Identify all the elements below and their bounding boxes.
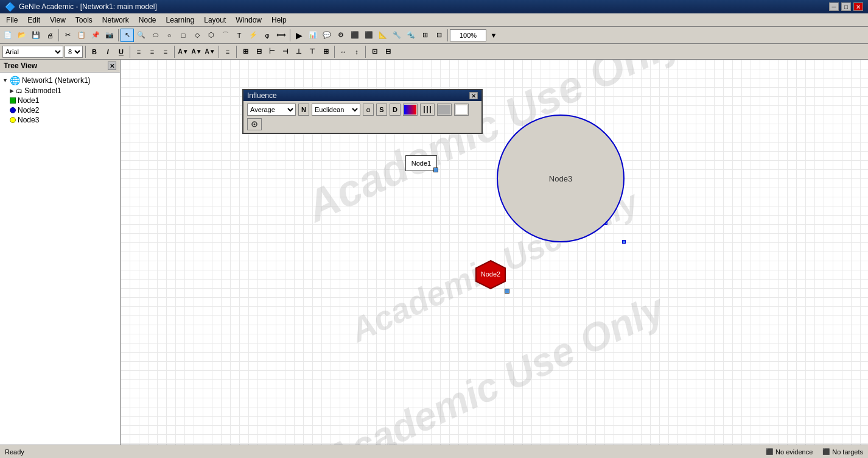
cut-button[interactable]: ✂ xyxy=(61,29,74,42)
rect-button[interactable]: □ xyxy=(177,29,190,42)
vertical-lines-btn[interactable] xyxy=(420,104,435,116)
zoom-input[interactable]: 100% xyxy=(450,29,486,41)
b3[interactable]: 📐 xyxy=(376,29,390,42)
status-text: Ready xyxy=(5,448,24,456)
explain-button[interactable]: 💬 xyxy=(320,29,334,42)
node3[interactable]: Node3 xyxy=(497,114,625,242)
menu-view[interactable]: View xyxy=(45,13,71,26)
alpha-button[interactable]: α xyxy=(363,104,374,116)
menu-layout[interactable]: Layout xyxy=(199,13,231,26)
dialog-close-button[interactable]: ✕ xyxy=(469,92,478,99)
tree-root[interactable]: ▼ 🌐 Network1 (Network1) xyxy=(2,75,117,86)
b2[interactable]: ⬛ xyxy=(362,29,376,42)
b5[interactable]: 🔩 xyxy=(404,29,418,42)
open-button[interactable]: 📂 xyxy=(15,29,29,42)
bold-button[interactable]: B xyxy=(88,46,100,58)
titlebar-controls[interactable]: ─ □ ✕ xyxy=(829,2,863,11)
align-center[interactable]: ≡ xyxy=(146,46,158,58)
menu-network[interactable]: Network xyxy=(97,13,134,26)
gray-box-btn[interactable] xyxy=(437,104,452,116)
tree-node2[interactable]: Node2 xyxy=(10,105,117,115)
node-align2[interactable]: ⊣ xyxy=(279,46,292,58)
node-align4[interactable]: ⊤ xyxy=(306,46,318,58)
tree-view-close[interactable]: ✕ xyxy=(108,62,116,70)
menu-tools[interactable]: Tools xyxy=(71,13,97,26)
minimize-button[interactable]: ─ xyxy=(829,2,839,11)
run-button[interactable]: ▶ xyxy=(292,29,306,42)
node-align3[interactable]: ⊥ xyxy=(293,46,305,58)
node1[interactable]: Node1 xyxy=(405,155,437,171)
menu-edit[interactable]: Edit xyxy=(23,13,45,26)
s-button[interactable]: S xyxy=(376,104,387,116)
oval-button[interactable]: ⬭ xyxy=(149,29,162,42)
copy-button[interactable]: 📋 xyxy=(75,29,88,42)
paste-button[interactable]: 📌 xyxy=(89,29,102,42)
tree-node3[interactable]: Node3 xyxy=(10,115,117,125)
algo-button[interactable]: ⚙ xyxy=(334,29,348,42)
align-left[interactable]: ≡ xyxy=(133,46,145,58)
color-gradient-btn[interactable] xyxy=(403,104,418,116)
tree-node1[interactable]: Node1 xyxy=(10,96,117,105)
hexagon-button[interactable]: ⬡ xyxy=(205,29,218,42)
settings-btn[interactable] xyxy=(247,118,262,130)
menu-node[interactable]: Node xyxy=(134,13,161,26)
d-button[interactable]: D xyxy=(390,104,401,116)
zoom-button[interactable]: 🔍 xyxy=(135,29,148,42)
save-button[interactable]: 💾 xyxy=(29,29,43,42)
utility-button[interactable]: ⚡ xyxy=(247,29,260,42)
method-select[interactable]: Average Max Min xyxy=(247,104,296,116)
equation-button[interactable]: φ xyxy=(261,29,274,42)
node-spacing1[interactable]: ↔ xyxy=(337,46,349,58)
app-icon: 🔷 xyxy=(5,2,15,12)
maximize-button[interactable]: □ xyxy=(841,2,851,11)
distance-select[interactable]: Euclidean Manhattan xyxy=(312,104,360,116)
b4[interactable]: 🔧 xyxy=(390,29,404,42)
text-color[interactable]: A▼ xyxy=(204,46,216,58)
line-color[interactable]: A▼ xyxy=(191,46,203,58)
arc-button[interactable]: ⌒ xyxy=(219,29,232,42)
sep4 xyxy=(447,29,448,41)
b6[interactable]: ⊞ xyxy=(418,29,432,42)
canvas-area[interactable]: Academic Use Only Academic Use Only Acad… xyxy=(121,60,868,445)
text-button[interactable]: T xyxy=(233,29,246,42)
node-size1[interactable]: ⊞ xyxy=(239,46,251,58)
tree-submodel1[interactable]: ▶ 🗂 Submodel1 xyxy=(10,86,117,96)
new-button[interactable]: 📄 xyxy=(1,29,15,42)
b7[interactable]: ⊟ xyxy=(432,29,446,42)
move-button[interactable]: ⟺ xyxy=(275,29,288,42)
select-button[interactable]: ↖ xyxy=(121,29,134,42)
zoom-dropdown[interactable]: ▼ xyxy=(487,29,500,42)
node2[interactable]: Node2 xyxy=(474,259,508,292)
node-align1[interactable]: ⊢ xyxy=(266,46,278,58)
white-box-btn[interactable] xyxy=(454,104,469,116)
b1[interactable]: ⬛ xyxy=(348,29,362,42)
underline-button[interactable]: U xyxy=(115,46,127,58)
watermark: Academic Use Only Academic Use Only Acad… xyxy=(121,60,868,445)
node-distribute[interactable]: ⊞ xyxy=(320,46,332,58)
format-toolbar: Arial 8 10 12 B I U ≡ ≡ ≡ A▼ A▼ A▼ ≡ ⊞ ⊟… xyxy=(0,44,868,60)
print-button[interactable]: 🖨 xyxy=(43,29,57,42)
text-layout[interactable]: ≡ xyxy=(222,46,234,58)
menu-file[interactable]: File xyxy=(1,13,23,26)
ungroup-btn[interactable]: ⊟ xyxy=(382,46,394,58)
menu-learning[interactable]: Learning xyxy=(161,13,200,26)
n-button[interactable]: N xyxy=(298,104,309,116)
diamond-button[interactable]: ◇ xyxy=(191,29,204,42)
node-spacing2[interactable]: ↕ xyxy=(351,46,363,58)
node-size2[interactable]: ⊟ xyxy=(253,46,265,58)
menu-window[interactable]: Window xyxy=(231,13,267,26)
font-size-select[interactable]: 8 10 12 xyxy=(65,46,83,58)
close-button[interactable]: ✕ xyxy=(853,2,863,11)
screenshot-button[interactable]: 📷 xyxy=(103,29,116,42)
fill-color[interactable]: A▼ xyxy=(177,46,189,58)
align-right[interactable]: ≡ xyxy=(159,46,172,58)
font-family-select[interactable]: Arial xyxy=(2,46,63,58)
node3-br-handle xyxy=(622,240,626,244)
circle-button[interactable]: ○ xyxy=(163,29,176,42)
group-btn[interactable]: ⊡ xyxy=(368,46,380,58)
fmt-sep7 xyxy=(365,46,366,58)
italic-button[interactable]: I xyxy=(102,46,114,58)
tree-root-label: Network1 (Network1) xyxy=(22,76,91,85)
menu-help[interactable]: Help xyxy=(267,13,292,26)
sensitivity-button[interactable]: 📊 xyxy=(306,29,320,42)
